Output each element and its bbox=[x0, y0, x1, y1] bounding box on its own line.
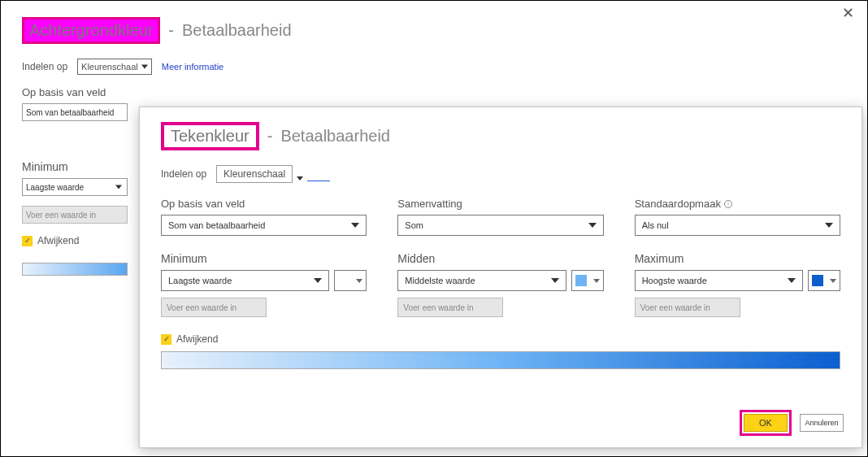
minimum-value-input[interactable]: Voer een waarde in bbox=[161, 298, 267, 317]
chevron-down-icon bbox=[593, 279, 600, 283]
default-formatting-select[interactable]: Als nul bbox=[635, 215, 840, 236]
summarization-select[interactable]: Som bbox=[397, 215, 603, 236]
highlight-front-title: Tekenkleur bbox=[161, 122, 259, 150]
dialog-subtitle: Betaalbaarheid bbox=[280, 127, 390, 146]
format-by-select[interactable]: Kleurenschaal bbox=[216, 165, 293, 183]
color-swatch bbox=[338, 275, 349, 286]
minimum-color-picker[interactable] bbox=[334, 270, 367, 291]
minimum-label: Minimum bbox=[161, 252, 367, 265]
title-separator: - bbox=[267, 127, 273, 146]
minimum-select[interactable]: Laagste waarde bbox=[161, 270, 329, 291]
back-minimum-card: Minimum Laagste waarde Voer een waarde i… bbox=[22, 160, 136, 276]
highlight-back-title: Achtergrondkleur bbox=[22, 17, 160, 44]
minimum-select[interactable]: Laagste waarde bbox=[22, 178, 128, 196]
maximum-color-picker[interactable] bbox=[808, 270, 840, 291]
dialog-subtitle: Betaalbaarheid bbox=[182, 21, 292, 40]
gradient-preview-small bbox=[22, 263, 128, 276]
diverging-checkbox[interactable]: ✓ bbox=[22, 236, 33, 246]
chevron-down-icon bbox=[830, 279, 836, 283]
center-value-input[interactable]: Voer een waarde in bbox=[397, 298, 503, 317]
center-color-picker[interactable] bbox=[571, 270, 604, 291]
font-color-dialog: Tekenkleur - Betaalbaarheid Indelen op K… bbox=[139, 107, 862, 448]
active-tab-indicator bbox=[307, 181, 330, 181]
minimum-value-input[interactable]: Voer een waarde in bbox=[22, 206, 128, 224]
dialog-title: Tekenkleur bbox=[171, 127, 250, 145]
diverging-label: Afwijkend bbox=[37, 235, 79, 246]
diverging-label: Afwijkend bbox=[176, 333, 218, 345]
more-info-link[interactable]: Meer informatie bbox=[162, 62, 224, 72]
color-swatch bbox=[812, 275, 823, 286]
color-swatch bbox=[575, 275, 587, 286]
chevron-down-icon bbox=[356, 279, 362, 283]
center-label: Midden bbox=[397, 252, 603, 265]
summarization-label: Samenvatting bbox=[397, 198, 603, 210]
ok-button[interactable]: OK bbox=[744, 414, 788, 432]
center-select[interactable]: Middelste waarde bbox=[397, 270, 566, 291]
format-by-select[interactable]: Kleurenschaal bbox=[77, 59, 152, 75]
based-on-field-select[interactable]: Som van betaalbaarheid bbox=[22, 103, 128, 121]
info-icon[interactable]: i bbox=[724, 200, 732, 208]
minimum-label: Minimum bbox=[22, 160, 136, 173]
based-on-field-label: Op basis van veld bbox=[22, 86, 846, 98]
default-formatting-label: Standaardopmaak bbox=[635, 198, 721, 210]
format-by-label: Indelen op bbox=[22, 61, 67, 72]
gradient-preview bbox=[161, 351, 840, 369]
highlight-ok: OK bbox=[740, 410, 792, 436]
format-by-label: Indelen op bbox=[161, 168, 206, 180]
cancel-button[interactable]: Annuleren bbox=[800, 414, 844, 432]
based-on-field-label: Op basis van veld bbox=[161, 198, 367, 210]
maximum-label: Maximum bbox=[635, 252, 840, 265]
based-on-field-select[interactable]: Som van betaalbaarheid bbox=[161, 215, 367, 236]
title-separator: - bbox=[168, 21, 174, 40]
dialog-title: Achtergrondkleur bbox=[29, 21, 153, 39]
maximum-value-input[interactable]: Voer een waarde in bbox=[635, 298, 740, 317]
diverging-checkbox[interactable]: ✓ bbox=[161, 334, 171, 345]
maximum-select[interactable]: Hoogste waarde bbox=[635, 270, 803, 291]
